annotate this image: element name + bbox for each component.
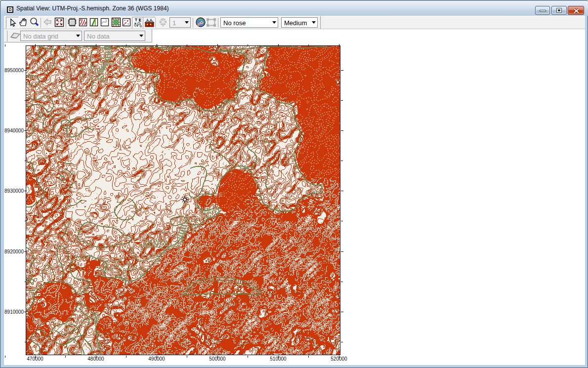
- svg-text:510000: 510000: [270, 356, 287, 362]
- svg-text:8950000: 8950000: [4, 68, 24, 73]
- svg-text:8910000: 8910000: [4, 309, 24, 315]
- svg-text:480000: 480000: [87, 356, 104, 362]
- svg-text:8930000: 8930000: [4, 188, 24, 194]
- svg-text:520000: 520000: [331, 356, 347, 362]
- svg-text:490000: 490000: [148, 356, 165, 362]
- svg-text:8940000: 8940000: [4, 128, 24, 133]
- svg-text:500000: 500000: [209, 356, 226, 362]
- svg-text:470000: 470000: [27, 356, 43, 362]
- svg-text:8920000: 8920000: [4, 249, 24, 254]
